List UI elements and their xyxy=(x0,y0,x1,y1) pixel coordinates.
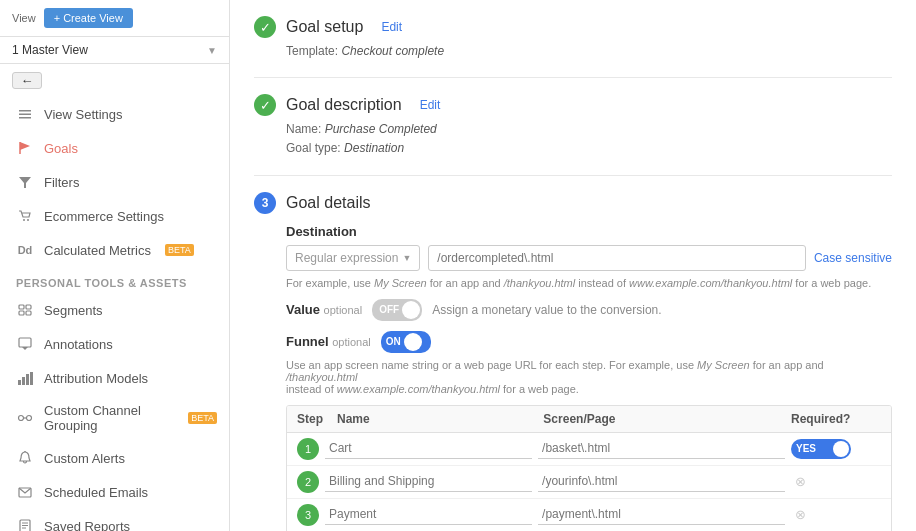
svg-rect-15 xyxy=(22,377,25,385)
sidebar-item-label: Filters xyxy=(44,175,79,190)
value-toggle-label: OFF xyxy=(376,304,402,315)
svg-rect-9 xyxy=(26,305,31,309)
destination-hint: For example, use My Screen for an app an… xyxy=(286,277,892,289)
goal-description-edit-link[interactable]: Edit xyxy=(420,98,441,112)
yes-toggle[interactable]: YES xyxy=(791,439,851,459)
table-row: 2 ⊗ xyxy=(287,466,891,499)
funnel-label: Funnel optional xyxy=(286,334,371,349)
value-toggle[interactable]: OFF xyxy=(372,299,422,321)
destination-url-input[interactable] xyxy=(428,245,806,271)
goal-description-check-icon: ✓ xyxy=(254,94,276,116)
toggle-knob xyxy=(404,333,422,351)
goal-description-header: ✓ Goal description Edit xyxy=(254,94,892,116)
back-arrow-icon: ← xyxy=(21,73,34,88)
sidebar-item-scheduled-emails[interactable]: Scheduled Emails xyxy=(0,475,229,509)
svg-point-19 xyxy=(27,416,32,421)
svg-rect-1 xyxy=(19,114,31,116)
sidebar-item-label: Custom Channel Grouping xyxy=(44,403,174,433)
funnel-name-input-3[interactable] xyxy=(325,504,532,525)
destination-row: Regular expression ▼ Case sensitive xyxy=(286,245,892,271)
email-icon xyxy=(16,483,34,501)
sidebar-item-filters[interactable]: Filters xyxy=(0,165,229,199)
beta-badge: BETA xyxy=(188,412,217,424)
close-circle-icon[interactable]: ⊗ xyxy=(791,473,809,491)
sidebar-item-label: Annotations xyxy=(44,337,113,352)
chevron-down-icon: ▼ xyxy=(207,45,217,56)
name-value: Purchase Completed xyxy=(325,122,437,136)
funnel-url-input-3[interactable] xyxy=(538,504,785,525)
attribution-icon xyxy=(16,369,34,387)
goal-setup-header: ✓ Goal setup Edit xyxy=(254,16,892,38)
close-circle-icon[interactable]: ⊗ xyxy=(791,506,809,524)
step-num-2: 2 xyxy=(297,471,319,493)
template-value: Checkout complete xyxy=(341,44,444,58)
svg-rect-11 xyxy=(26,311,31,315)
funnel-url-input-2[interactable] xyxy=(538,471,785,492)
svg-point-7 xyxy=(27,219,29,221)
toggle-knob xyxy=(833,441,849,457)
svg-rect-10 xyxy=(19,311,24,315)
sidebar-item-attribution-models[interactable]: Attribution Models xyxy=(0,361,229,395)
regex-select[interactable]: Regular expression ▼ xyxy=(286,245,420,271)
settings-icon xyxy=(16,105,34,123)
reports-icon xyxy=(16,517,34,531)
sidebar-item-goals[interactable]: Goals xyxy=(0,131,229,165)
svg-marker-3 xyxy=(20,142,30,150)
goal-setup-check-icon: ✓ xyxy=(254,16,276,38)
funnel-table-header: Step Name Screen/Page Required? xyxy=(287,406,891,433)
sidebar-item-label: Calculated Metrics xyxy=(44,243,151,258)
funnel-toggle[interactable]: ON xyxy=(381,331,431,353)
value-row: Value optional OFF Assign a monetary val… xyxy=(286,299,892,321)
value-optional-tag: optional xyxy=(324,304,363,316)
sidebar-item-label: View Settings xyxy=(44,107,123,122)
flag-icon xyxy=(16,139,34,157)
sidebar-item-ecommerce[interactable]: Ecommerce Settings xyxy=(0,199,229,233)
goal-setup-edit-link[interactable]: Edit xyxy=(381,20,402,34)
sidebar-item-calculated-metrics[interactable]: Dd Calculated Metrics BETA xyxy=(0,233,229,267)
master-view-label: 1 Master View xyxy=(12,43,88,57)
goal-type-value: Destination xyxy=(344,141,404,155)
back-button[interactable]: ← xyxy=(12,72,42,89)
funnel-hint: Use an app screen name string or a web p… xyxy=(286,359,892,395)
required-icon-3: ⊗ xyxy=(791,506,881,524)
svg-marker-13 xyxy=(22,347,28,350)
sidebar-item-annotations[interactable]: Annotations xyxy=(0,327,229,361)
sidebar-item-label: Goals xyxy=(44,141,78,156)
funnel-name-input-1[interactable] xyxy=(325,438,532,459)
goal-details-body: Destination Regular expression ▼ Case se… xyxy=(254,224,892,531)
sidebar-item-custom-channel-grouping[interactable]: Custom Channel Grouping BETA xyxy=(0,395,229,441)
goal-details-title: Goal details xyxy=(286,194,371,212)
sidebar-item-saved-reports[interactable]: Saved Reports xyxy=(0,509,229,531)
create-view-button[interactable]: + Create View xyxy=(44,8,133,28)
col-name-header: Name xyxy=(337,412,543,426)
svg-rect-8 xyxy=(19,305,24,309)
funnel-name-input-2[interactable] xyxy=(325,471,532,492)
sidebar-item-view-settings[interactable]: View Settings xyxy=(0,97,229,131)
sidebar-item-label: Scheduled Emails xyxy=(44,485,148,500)
sidebar-item-custom-alerts[interactable]: Custom Alerts xyxy=(0,441,229,475)
required-icon-2: ⊗ xyxy=(791,473,881,491)
svg-rect-0 xyxy=(19,110,31,112)
goal-type-label: Goal type: xyxy=(286,141,341,155)
value-description: Assign a monetary value to the conversio… xyxy=(432,303,661,317)
funnel-url-input-1[interactable] xyxy=(538,438,785,459)
sidebar-top: View + Create View xyxy=(0,0,229,37)
svg-marker-5 xyxy=(19,177,31,188)
toggle-knob xyxy=(402,301,420,319)
master-view-selector[interactable]: 1 Master View ▼ xyxy=(0,37,229,64)
required-toggle-1: YES xyxy=(791,439,881,459)
table-row: 1 YES xyxy=(287,433,891,466)
col-req-header: Required? xyxy=(791,412,881,426)
case-sensitive-toggle[interactable]: Case sensitive xyxy=(814,251,892,265)
value-label: Value optional xyxy=(286,302,362,317)
col-step-header: Step xyxy=(297,412,337,426)
main-content: ✓ Goal setup Edit Template: Checkout com… xyxy=(230,0,916,531)
sidebar-item-segments[interactable]: Segments xyxy=(0,293,229,327)
svg-rect-16 xyxy=(26,374,29,385)
template-label: Template: xyxy=(286,44,338,58)
funnel-toggle-label: ON xyxy=(383,336,404,347)
sidebar-item-label: Saved Reports xyxy=(44,519,130,532)
goal-details-num-icon: 3 xyxy=(254,192,276,214)
goal-setup-template: Template: Checkout complete xyxy=(254,42,892,61)
goal-description-details: Name: Purchase Completed Goal type: Dest… xyxy=(254,120,892,158)
